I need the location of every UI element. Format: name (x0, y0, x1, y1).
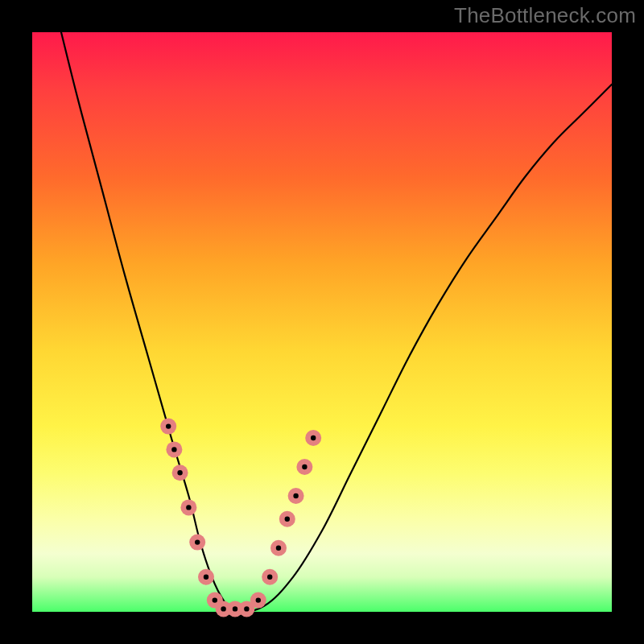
marker-center (302, 464, 307, 469)
marker-center (195, 539, 200, 544)
curve-svg (32, 32, 612, 612)
marker-center (276, 546, 281, 551)
plot-area (32, 32, 612, 612)
marker-center (311, 436, 316, 440)
marker-center (285, 517, 290, 522)
marker-center (233, 606, 237, 611)
marker-center (267, 575, 272, 580)
marker-center (293, 493, 298, 498)
marker-group (160, 419, 321, 617)
marker-center (177, 470, 182, 475)
marker-center (244, 606, 249, 611)
marker-center (204, 575, 208, 580)
marker-center (166, 423, 171, 428)
marker-center (213, 597, 217, 602)
bottleneck-curve (61, 32, 612, 613)
chart-frame: TheBottleneck.com (0, 0, 644, 644)
marker-center (221, 606, 225, 611)
marker-center (256, 597, 261, 602)
marker-center (171, 447, 176, 452)
watermark-label: TheBottleneck.com (454, 3, 636, 28)
marker-center (186, 505, 191, 510)
